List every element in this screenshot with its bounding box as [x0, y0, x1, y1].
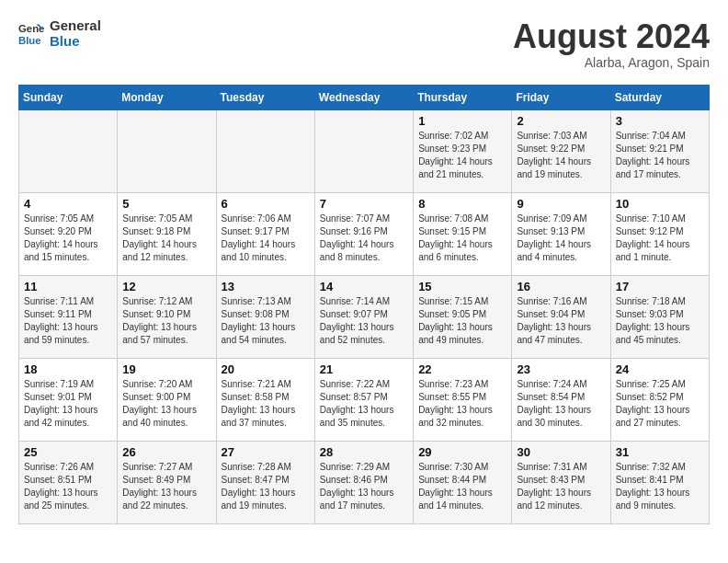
day-info: Sunrise: 7:10 AM Sunset: 9:12 PM Dayligh… — [616, 213, 704, 264]
day-number: 21 — [320, 362, 408, 376]
month-year-title: August 2024 — [513, 18, 710, 55]
calendar-cell: 7Sunrise: 7:07 AM Sunset: 9:16 PM Daylig… — [314, 192, 413, 275]
logo-icon: General Blue — [18, 21, 44, 47]
calendar-cell — [216, 109, 314, 192]
calendar-header-row: SundayMondayTuesdayWednesdayThursdayFrid… — [19, 85, 710, 109]
calendar-week-row: 18Sunrise: 7:19 AM Sunset: 9:01 PM Dayli… — [19, 358, 710, 441]
day-number: 3 — [616, 114, 704, 128]
calendar-cell: 25Sunrise: 7:26 AM Sunset: 8:51 PM Dayli… — [19, 441, 118, 523]
calendar-week-row: 25Sunrise: 7:26 AM Sunset: 8:51 PM Dayli… — [19, 441, 710, 523]
day-number: 8 — [418, 197, 506, 211]
calendar-cell: 15Sunrise: 7:15 AM Sunset: 9:05 PM Dayli… — [414, 275, 512, 358]
weekday-header: Tuesday — [216, 85, 314, 109]
svg-text:Blue: Blue — [18, 34, 41, 45]
calendar-cell: 22Sunrise: 7:23 AM Sunset: 8:55 PM Dayli… — [414, 358, 512, 441]
day-number: 5 — [122, 197, 210, 211]
day-info: Sunrise: 7:13 AM Sunset: 9:08 PM Dayligh… — [222, 295, 310, 347]
day-info: Sunrise: 7:04 AM Sunset: 9:21 PM Dayligh… — [616, 130, 704, 181]
weekday-header: Friday — [512, 85, 610, 109]
day-info: Sunrise: 7:18 AM Sunset: 9:03 PM Dayligh… — [616, 295, 704, 347]
calendar-cell: 1Sunrise: 7:02 AM Sunset: 9:23 PM Daylig… — [414, 109, 512, 192]
calendar-table: SundayMondayTuesdayWednesdayThursdayFrid… — [18, 85, 710, 524]
day-number: 9 — [517, 197, 605, 211]
day-number: 27 — [222, 445, 310, 459]
calendar-cell: 10Sunrise: 7:10 AM Sunset: 9:12 PM Dayli… — [610, 192, 709, 275]
day-info: Sunrise: 7:32 AM Sunset: 8:41 PM Dayligh… — [616, 461, 704, 512]
day-info: Sunrise: 7:22 AM Sunset: 8:57 PM Dayligh… — [320, 378, 408, 430]
day-info: Sunrise: 7:02 AM Sunset: 9:23 PM Dayligh… — [418, 130, 506, 181]
calendar-cell: 5Sunrise: 7:05 AM Sunset: 9:18 PM Daylig… — [118, 192, 216, 275]
day-info: Sunrise: 7:12 AM Sunset: 9:10 PM Dayligh… — [122, 295, 210, 347]
day-info: Sunrise: 7:23 AM Sunset: 8:55 PM Dayligh… — [418, 378, 506, 430]
calendar-cell: 16Sunrise: 7:16 AM Sunset: 9:04 PM Dayli… — [512, 275, 610, 358]
calendar-cell: 19Sunrise: 7:20 AM Sunset: 9:00 PM Dayli… — [118, 358, 216, 441]
calendar-cell: 12Sunrise: 7:12 AM Sunset: 9:10 PM Dayli… — [118, 275, 216, 358]
day-info: Sunrise: 7:09 AM Sunset: 9:13 PM Dayligh… — [517, 213, 605, 264]
day-number: 29 — [418, 445, 506, 459]
day-number: 28 — [320, 445, 408, 459]
calendar-week-row: 11Sunrise: 7:11 AM Sunset: 9:11 PM Dayli… — [19, 275, 710, 358]
calendar-cell: 17Sunrise: 7:18 AM Sunset: 9:03 PM Dayli… — [610, 275, 709, 358]
day-number: 2 — [517, 114, 605, 128]
day-info: Sunrise: 7:29 AM Sunset: 8:46 PM Dayligh… — [320, 461, 408, 512]
calendar-cell: 21Sunrise: 7:22 AM Sunset: 8:57 PM Dayli… — [314, 358, 413, 441]
day-info: Sunrise: 7:28 AM Sunset: 8:47 PM Dayligh… — [222, 461, 310, 512]
day-info: Sunrise: 7:15 AM Sunset: 9:05 PM Dayligh… — [418, 295, 506, 347]
day-number: 7 — [320, 197, 408, 211]
calendar-cell: 4Sunrise: 7:05 AM Sunset: 9:20 PM Daylig… — [19, 192, 118, 275]
calendar-cell: 6Sunrise: 7:06 AM Sunset: 9:17 PM Daylig… — [216, 192, 314, 275]
day-number: 16 — [517, 280, 605, 293]
calendar-cell: 27Sunrise: 7:28 AM Sunset: 8:47 PM Dayli… — [216, 441, 314, 523]
day-number: 24 — [616, 362, 704, 376]
calendar-cell: 26Sunrise: 7:27 AM Sunset: 8:49 PM Dayli… — [118, 441, 216, 523]
calendar-cell: 11Sunrise: 7:11 AM Sunset: 9:11 PM Dayli… — [19, 275, 118, 358]
day-number: 18 — [24, 362, 112, 376]
day-info: Sunrise: 7:03 AM Sunset: 9:22 PM Dayligh… — [517, 130, 605, 181]
calendar-cell: 3Sunrise: 7:04 AM Sunset: 9:21 PM Daylig… — [610, 109, 709, 192]
day-info: Sunrise: 7:30 AM Sunset: 8:44 PM Dayligh… — [418, 461, 506, 512]
location-subtitle: Alarba, Aragon, Spain — [513, 55, 710, 70]
day-number: 20 — [222, 362, 310, 376]
day-info: Sunrise: 7:19 AM Sunset: 9:01 PM Dayligh… — [24, 378, 112, 430]
day-info: Sunrise: 7:05 AM Sunset: 9:18 PM Dayligh… — [122, 213, 210, 264]
day-number: 14 — [320, 280, 408, 293]
day-number: 30 — [517, 445, 605, 459]
calendar-cell: 18Sunrise: 7:19 AM Sunset: 9:01 PM Dayli… — [19, 358, 118, 441]
page-header: General Blue General Blue August 2024 Al… — [18, 18, 710, 70]
calendar-cell — [19, 109, 118, 192]
title-block: August 2024 Alarba, Aragon, Spain — [513, 18, 710, 70]
calendar-cell: 31Sunrise: 7:32 AM Sunset: 8:41 PM Dayli… — [610, 441, 709, 523]
day-number: 13 — [222, 280, 310, 293]
calendar-cell — [118, 109, 216, 192]
day-number: 19 — [122, 362, 210, 376]
day-number: 23 — [517, 362, 605, 376]
day-number: 31 — [616, 445, 704, 459]
day-info: Sunrise: 7:11 AM Sunset: 9:11 PM Dayligh… — [24, 295, 112, 347]
weekday-header: Monday — [118, 85, 216, 109]
day-info: Sunrise: 7:07 AM Sunset: 9:16 PM Dayligh… — [320, 213, 408, 264]
day-info: Sunrise: 7:24 AM Sunset: 8:54 PM Dayligh… — [517, 378, 605, 430]
calendar-week-row: 4Sunrise: 7:05 AM Sunset: 9:20 PM Daylig… — [19, 192, 710, 275]
day-number: 17 — [616, 280, 704, 293]
logo: General Blue General Blue — [18, 18, 101, 49]
day-info: Sunrise: 7:20 AM Sunset: 9:00 PM Dayligh… — [122, 378, 210, 430]
day-info: Sunrise: 7:25 AM Sunset: 8:52 PM Dayligh… — [616, 378, 704, 430]
weekday-header: Wednesday — [314, 85, 413, 109]
day-info: Sunrise: 7:31 AM Sunset: 8:43 PM Dayligh… — [517, 461, 605, 512]
svg-text:General: General — [18, 23, 44, 34]
calendar-cell: 8Sunrise: 7:08 AM Sunset: 9:15 PM Daylig… — [414, 192, 512, 275]
calendar-week-row: 1Sunrise: 7:02 AM Sunset: 9:23 PM Daylig… — [19, 109, 710, 192]
calendar-cell: 23Sunrise: 7:24 AM Sunset: 8:54 PM Dayli… — [512, 358, 610, 441]
day-number: 12 — [122, 280, 210, 293]
calendar-cell: 14Sunrise: 7:14 AM Sunset: 9:07 PM Dayli… — [314, 275, 413, 358]
day-number: 10 — [616, 197, 704, 211]
calendar-cell: 24Sunrise: 7:25 AM Sunset: 8:52 PM Dayli… — [610, 358, 709, 441]
calendar-cell: 9Sunrise: 7:09 AM Sunset: 9:13 PM Daylig… — [512, 192, 610, 275]
calendar-cell: 20Sunrise: 7:21 AM Sunset: 8:58 PM Dayli… — [216, 358, 314, 441]
logo-text-line2: Blue — [50, 34, 101, 50]
day-number: 4 — [24, 197, 112, 211]
day-number: 6 — [222, 197, 310, 211]
day-number: 25 — [24, 445, 112, 459]
weekday-header: Sunday — [19, 85, 118, 109]
day-info: Sunrise: 7:06 AM Sunset: 9:17 PM Dayligh… — [222, 213, 310, 264]
